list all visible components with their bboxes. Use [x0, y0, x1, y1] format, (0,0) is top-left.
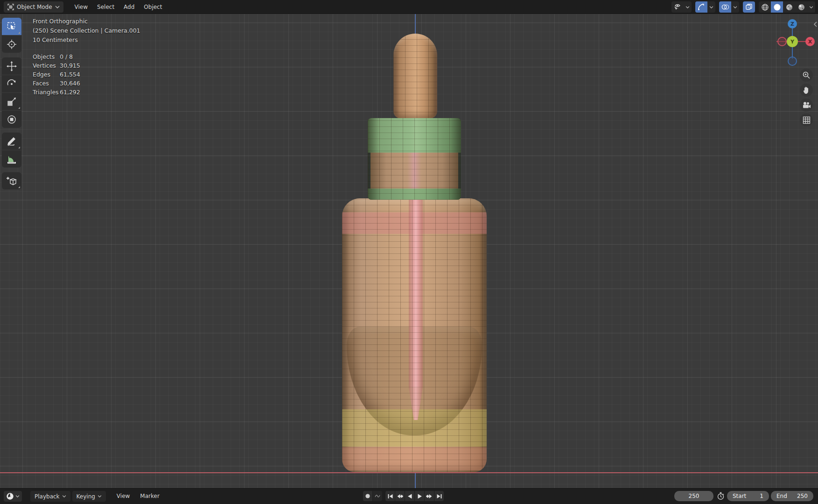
mode-selector[interactable]: Object Mode [4, 1, 63, 13]
camera-icon [802, 101, 811, 109]
keying-menu[interactable]: Keying [72, 491, 106, 502]
stat-label: Triangles [33, 88, 60, 97]
add-cube-icon [6, 176, 17, 186]
auto-keying-dropdown[interactable] [373, 491, 382, 501]
view-name: Front Orthographic [33, 17, 140, 26]
scale-icon [7, 97, 17, 107]
toggle-xray-button[interactable] [743, 1, 755, 13]
tool-annotate[interactable] [2, 133, 21, 150]
current-frame-field[interactable]: 250 [674, 491, 713, 501]
navigation-gizmo[interactable]: Z Y X [765, 16, 818, 77]
gizmo-axis-negz[interactable] [788, 56, 797, 66]
dropper-bulb [393, 34, 437, 119]
ortho-grid-button[interactable] [800, 113, 813, 126]
tool-select-box[interactable] [2, 18, 21, 35]
bulb-wireframe [393, 34, 437, 119]
material-sphere-icon [785, 3, 793, 11]
pan-button[interactable] [800, 84, 813, 97]
dropper-cap [368, 118, 461, 200]
stat-value: 30,915 [60, 61, 80, 70]
cap-wireframe [368, 118, 461, 200]
bottle-body [342, 198, 487, 472]
show-gizmos-button[interactable] [695, 1, 707, 13]
visibility-dropdown[interactable] [684, 1, 692, 13]
playback-menu-label: Playback [35, 493, 60, 500]
stat-value: 61,554 [60, 70, 80, 79]
use-preview-range-button[interactable] [715, 491, 726, 501]
shading-material-button[interactable] [783, 1, 795, 13]
chevron-down-icon [98, 495, 102, 497]
record-button[interactable] [363, 491, 372, 501]
timeline-view-menu[interactable]: View [112, 491, 134, 502]
tool-cursor[interactable] [2, 35, 21, 53]
overlays-dropdown[interactable] [731, 1, 739, 13]
wireframe-sphere-icon [761, 3, 769, 11]
tool-add-cube[interactable] [2, 172, 21, 189]
object-type-visibility-button[interactable] [671, 1, 684, 13]
menu-object[interactable]: Object [139, 1, 167, 13]
shading-wireframe-button[interactable] [759, 1, 771, 13]
tool-transform[interactable] [2, 111, 21, 128]
play-reverse-button[interactable] [405, 491, 414, 501]
frame-end-value: 250 [797, 493, 808, 499]
stat-value: 61,292 [60, 88, 80, 97]
editor-type-selector[interactable] [4, 491, 22, 502]
zoom-button[interactable] [800, 69, 813, 82]
cursor-icon [7, 39, 17, 49]
stat-label: Objects [33, 52, 60, 61]
solid-sphere-icon [773, 3, 781, 11]
gizmo-axis-negx[interactable] [777, 37, 787, 46]
gizmo-axis-y[interactable]: Y [787, 36, 798, 47]
next-keyframe-button[interactable] [425, 491, 434, 501]
jump-to-start-button[interactable] [385, 491, 395, 501]
menu-select[interactable]: Select [92, 1, 119, 13]
gizmo-y-label: Y [790, 39, 794, 45]
scene-collection: (250) Scene Collection | Camera.001 [33, 26, 140, 35]
gizmo-icon [698, 3, 705, 11]
gizmo-axis-x[interactable]: X [805, 37, 815, 46]
sidebar-toggle-arrow[interactable] [813, 21, 817, 27]
chevron-down-icon [55, 6, 60, 8]
3d-viewport[interactable]: Front Orthographic (250) Scene Collectio… [0, 14, 818, 488]
tool-measure[interactable] [2, 150, 21, 168]
play-button[interactable] [415, 491, 424, 501]
stat-value: 0 / 8 [60, 52, 73, 61]
grid-scale: 10 Centimeters [33, 35, 140, 45]
timeline-bar: Playback Keying View Marker [0, 488, 818, 504]
tool-rotate[interactable] [2, 75, 21, 92]
frame-end-field[interactable]: End 250 [771, 491, 813, 501]
transform-icon [7, 114, 17, 125]
camera-view-button[interactable] [800, 98, 813, 112]
gizmo-axis-z[interactable]: Z [788, 19, 797, 28]
shading-rendered-button[interactable] [795, 1, 807, 13]
stat-value: 30,646 [60, 79, 80, 88]
annotate-pencil-icon [7, 136, 17, 147]
current-frame-value: 250 [689, 493, 699, 499]
timeline-clock-icon [6, 492, 14, 500]
show-overlays-button[interactable] [719, 1, 731, 13]
tool-subtools-indicator [18, 147, 20, 148]
shading-solid-button[interactable] [771, 1, 783, 13]
frame-start-field[interactable]: Start 1 [727, 491, 769, 501]
menu-view[interactable]: View [70, 1, 92, 13]
menu-add[interactable]: Add [119, 1, 139, 13]
x-axis-line [0, 472, 818, 473]
rendered-sphere-icon [797, 3, 805, 11]
dropper-bottle-object[interactable] [342, 34, 487, 472]
frame-start-value: 1 [760, 493, 763, 499]
mode-selector-label: Object Mode [17, 4, 52, 10]
measure-icon [7, 154, 17, 164]
prev-keyframe-button[interactable] [395, 491, 405, 501]
tool-move[interactable] [2, 57, 21, 75]
playback-menu[interactable]: Playback [30, 491, 70, 502]
keying-menu-label: Keying [77, 493, 95, 500]
magnifier-plus-icon [802, 71, 811, 79]
shading-dropdown[interactable] [807, 1, 815, 13]
gizmos-dropdown[interactable] [707, 1, 715, 13]
tool-scale[interactable] [2, 93, 21, 110]
xray-icon [745, 3, 753, 11]
timeline-marker-menu[interactable]: Marker [136, 491, 163, 502]
gizmo-x-label: X [808, 39, 812, 45]
grid-icon [803, 116, 811, 124]
jump-to-end-button[interactable] [434, 491, 444, 501]
